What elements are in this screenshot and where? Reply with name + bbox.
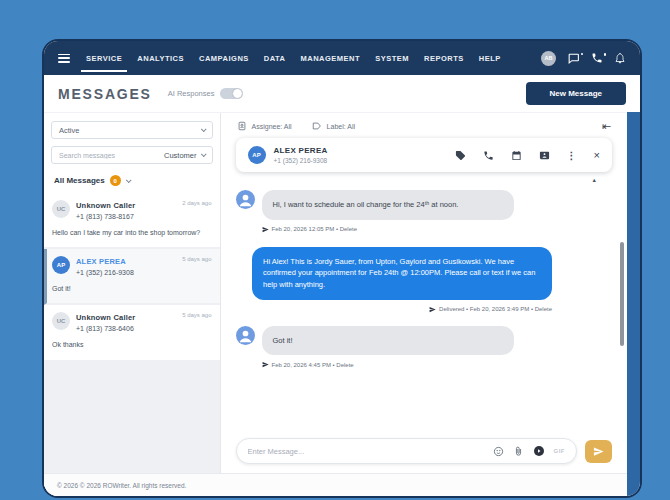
incoming-message: Got it!: [236, 326, 612, 356]
folder-selector[interactable]: All Messages 0: [44, 171, 220, 193]
nav-tab-campaigns[interactable]: CAMPAIGNS: [199, 41, 249, 75]
close-icon[interactable]: ×: [594, 149, 600, 161]
nav-tab-help[interactable]: HELP: [479, 41, 501, 75]
more-options-icon[interactable]: ⋮: [567, 150, 577, 161]
message-meta[interactable]: Feb 20, 2026 12:05 PM • Delete: [262, 226, 612, 233]
send-plane-icon: [593, 446, 604, 457]
ai-responses-label: AI Responses: [168, 89, 215, 98]
conversation-item[interactable]: UC Unknown Caller +1 (813) 738-8167 2 da…: [44, 193, 220, 249]
page-title: MESSAGES: [58, 86, 152, 102]
page-header: MESSAGES AI Responses New Message: [44, 75, 640, 112]
incoming-message: Hi, I want to schedule an oil change for…: [236, 190, 612, 220]
message-preview: Ok thanks: [52, 339, 212, 350]
conversation-item[interactable]: UC Unknown Caller +1 (813) 738-6406 5 da…: [44, 305, 220, 361]
label-tag-icon: [312, 121, 322, 131]
scroll-up-icon[interactable]: ▲: [592, 177, 597, 183]
nav-tab-service[interactable]: SERVICE: [86, 41, 122, 75]
contact-name: ALEX PEREA: [76, 257, 176, 266]
window-right-bezel: [627, 112, 640, 496]
message-input-bar: GIF: [221, 437, 627, 473]
calendar-icon[interactable]: [511, 150, 522, 161]
messages-icon[interactable]: [567, 52, 580, 65]
nav-tab-system[interactable]: SYSTEM: [375, 41, 409, 75]
person-avatar-icon: [236, 190, 255, 209]
search-row: Customer: [51, 146, 213, 164]
avatar: UC: [52, 200, 70, 218]
conversations-sidebar: Active Customer All Messages: [44, 113, 221, 473]
nav-tab-analytics[interactable]: ANALYTICS: [137, 41, 184, 75]
top-navbar: SERVICE ANALYTICS CAMPAIGNS DATA MANAGEM…: [44, 41, 640, 75]
contact-header-card: AP ALEX PEREA +1 (352) 216-9308 ⋮: [236, 138, 612, 172]
assignee-filter-label: Assignee: All: [252, 123, 292, 130]
contact-phone: +1 (813) 738-6406: [76, 325, 176, 332]
outgoing-message: Hi Alex! This is Jordy Sauer, from Upton…: [236, 247, 612, 300]
message-meta[interactable]: Delivered • Feb 20, 2026 3:49 PM • Delet…: [236, 306, 612, 313]
nav-tab-data[interactable]: DATA: [264, 41, 286, 75]
navbar-right: AB: [541, 51, 626, 66]
nav-tab-reports[interactable]: REPORTS: [424, 41, 464, 75]
user-avatar[interactable]: AB: [541, 51, 556, 66]
scrollbar[interactable]: [620, 242, 624, 346]
media-camera-icon[interactable]: [533, 445, 545, 457]
message-bubble: Hi, I want to schedule an oil change for…: [262, 190, 514, 220]
search-scope-value: Customer: [164, 151, 197, 160]
timestamp: 5 days ago: [182, 312, 211, 318]
timestamp: 2 days ago: [182, 200, 211, 206]
search-scope-select[interactable]: Customer: [157, 151, 212, 160]
nav-tabs: SERVICE ANALYTICS CAMPAIGNS DATA MANAGEM…: [86, 41, 501, 75]
folder-label: All Messages: [54, 176, 105, 185]
clipped-message-meta: Delivered • Feb 20, 2026 1:04 PM • Delet…: [236, 172, 612, 177]
call-icon[interactable]: [483, 150, 494, 161]
status-filter-value: Active: [59, 126, 79, 135]
toggle-knob: [233, 89, 242, 98]
contact-card-icon[interactable]: [539, 150, 550, 161]
contact-name: Unknown Caller: [76, 201, 176, 210]
new-message-button[interactable]: New Message: [526, 82, 626, 105]
ai-responses-toggle[interactable]: [220, 88, 243, 99]
nav-tab-management[interactable]: MANAGEMENT: [301, 41, 361, 75]
message-input-pill: GIF: [236, 438, 577, 464]
contact-phone: +1 (352) 216-9308: [274, 157, 328, 164]
attachment-paperclip-icon[interactable]: [513, 446, 524, 457]
assignee-filter[interactable]: Assignee: All: [237, 121, 292, 131]
message-thread: Delivered • Feb 20, 2026 1:04 PM • Delet…: [221, 172, 627, 437]
timestamp: 5 days ago: [182, 256, 211, 262]
sent-arrow-icon: [429, 306, 436, 313]
sent-arrow-icon: [262, 226, 269, 233]
contact-phone: +1 (813) 738-8167: [76, 213, 176, 220]
person-avatar-icon: [236, 326, 255, 345]
send-button[interactable]: [585, 440, 612, 463]
notifications-bell-icon[interactable]: [614, 52, 626, 64]
message-input[interactable]: [248, 447, 484, 456]
contact-name: Unknown Caller: [76, 313, 176, 322]
assignee-badge-icon: [237, 121, 247, 131]
gif-button[interactable]: GIF: [554, 448, 566, 454]
contact-phone: +1 (352) 216-9308: [76, 269, 176, 276]
message-meta[interactable]: Feb 20, 2026 4:45 PM • Delete: [262, 361, 612, 368]
footer: © 2026 © 2026 ROWriter. All rights reser…: [44, 473, 627, 496]
chevron-down-icon: [200, 126, 206, 132]
emoji-icon[interactable]: [493, 446, 504, 457]
status-filter-select[interactable]: Active: [51, 121, 213, 139]
message-bubble: Got it!: [262, 326, 514, 356]
chat-panel: Assignee: All Label: All ⇤ AP ALEX P: [221, 113, 627, 473]
tag-icon[interactable]: [455, 150, 466, 161]
menu-icon[interactable]: [58, 54, 70, 63]
conversation-list: UC Unknown Caller +1 (813) 738-8167 2 da…: [44, 193, 220, 473]
copyright-text: © 2026 © 2026 ROWriter. All rights reser…: [57, 482, 186, 489]
contact-name: ALEX PEREA: [274, 146, 328, 155]
avatar: AP: [52, 256, 70, 274]
phone-icon[interactable]: [591, 52, 603, 64]
message-preview: Hello can I take my car into the shop to…: [52, 227, 212, 238]
label-filter-label: Label: All: [327, 123, 355, 130]
label-filter[interactable]: Label: All: [312, 121, 355, 131]
message-bubble: Hi Alex! This is Jordy Sauer, from Upton…: [252, 247, 552, 300]
unread-count-badge: 0: [110, 175, 121, 186]
chat-filters: Assignee: All Label: All ⇤: [221, 113, 627, 135]
chevron-down-icon: [126, 177, 132, 183]
desktop-background: SERVICE ANALYTICS CAMPAIGNS DATA MANAGEM…: [0, 0, 670, 500]
collapse-panel-icon[interactable]: ⇤: [602, 121, 611, 132]
conversation-item-selected[interactable]: AP ALEX PEREA +1 (352) 216-9308 5 days a…: [44, 249, 220, 305]
search-input[interactable]: [52, 152, 157, 159]
message-preview: Got it!: [52, 283, 212, 294]
